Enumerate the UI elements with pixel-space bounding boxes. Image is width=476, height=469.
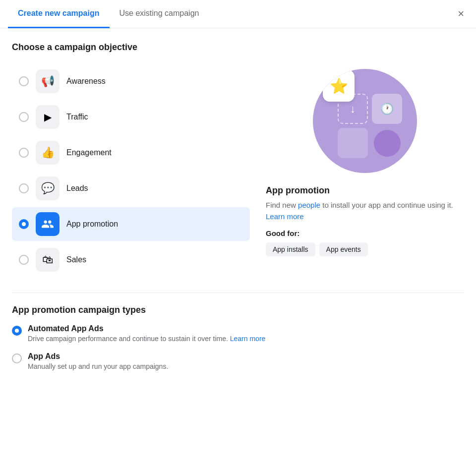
engagement-icon-wrap: 👍 [36, 141, 60, 165]
learn-more-link[interactable]: Learn more [266, 212, 304, 221]
campaign-types-title: App promotion campaign types [12, 305, 464, 315]
traffic-label: Traffic [66, 113, 88, 121]
clock-icon: 🕐 [380, 103, 394, 116]
objective-app-promotion[interactable]: App promotion [12, 207, 250, 241]
radio-app-ads[interactable] [12, 353, 22, 363]
sales-label: Sales [66, 255, 86, 264]
engagement-icon: 👍 [41, 146, 55, 159]
type-option-automated[interactable]: Automated App Ads Drive campaign perform… [12, 324, 464, 344]
automated-app-ads-desc: Drive campaign performance and continue … [28, 334, 265, 344]
objective-engagement[interactable]: 👍 Engagement [12, 136, 250, 170]
awareness-label: Awareness [66, 77, 106, 86]
tabs-bar: Create new campaign Use existing campaig… [0, 0, 476, 28]
app-promotion-icon [41, 218, 54, 231]
app-ads-label: App Ads [28, 352, 168, 361]
app-promotion-label: App promotion [66, 220, 118, 229]
automated-learn-more-link[interactable]: Learn more [230, 335, 266, 343]
objective-leads[interactable]: 💬 Leads [12, 172, 250, 205]
app-cell-download: ↓ [338, 94, 368, 124]
app-cell-empty1 [338, 128, 368, 158]
app-ads-desc: Manually set up and run your app campaig… [28, 362, 168, 372]
automated-desc-text: Drive campaign performance and continue … [28, 335, 230, 343]
type-option-app-ads[interactable]: App Ads Manually set up and run your app… [12, 352, 464, 372]
radio-sales[interactable] [19, 255, 29, 265]
close-button[interactable]: × [454, 4, 468, 23]
good-for-title: Good for: [266, 229, 464, 237]
app-cells-grid: ↓ 🕐 [338, 94, 402, 158]
leads-icon-wrap: 💬 [36, 176, 60, 200]
app-grid-container: ⭐ ↓ 🕐 [328, 84, 402, 158]
campaign-types-section: App promotion campaign types Automated A… [12, 293, 464, 371]
right-panel-description: Find new people to install your app and … [266, 200, 464, 222]
awareness-icon-wrap: 📢 [36, 69, 60, 93]
app-promotion-illustration: ⭐ ↓ 🕐 [310, 66, 419, 176]
sales-icon-wrap: 🛍 [36, 248, 60, 272]
desc-after-link: to install your app and continue using i… [320, 201, 453, 209]
leads-icon: 💬 [41, 182, 55, 195]
radio-leads[interactable] [19, 183, 29, 193]
app-ads-info: App Ads Manually set up and run your app… [28, 352, 168, 372]
app-cell-clock: 🕐 [372, 94, 402, 124]
download-arrow-icon: ↓ [350, 103, 356, 116]
traffic-icon: ▶ [44, 111, 52, 123]
objective-list: 📢 Awareness ▶ Traffic 👍 Engag [12, 64, 250, 277]
desc-before-link: Find new [266, 201, 298, 209]
tab-create-new[interactable]: Create new campaign [8, 0, 110, 28]
engagement-label: Engagement [66, 148, 112, 157]
choose-objective-title: Choose a campaign objective [12, 42, 464, 53]
modal-container: Create new campaign Use existing campaig… [0, 0, 476, 393]
main-grid: 📢 Awareness ▶ Traffic 👍 Engag [12, 64, 464, 277]
sales-icon: 🛍 [42, 253, 53, 266]
automated-app-ads-label: Automated App Ads [28, 324, 265, 333]
objective-awareness[interactable]: 📢 Awareness [12, 64, 250, 98]
objective-traffic[interactable]: ▶ Traffic [12, 100, 250, 134]
radio-traffic[interactable] [19, 112, 29, 122]
radio-automated-app-ads[interactable] [12, 326, 22, 336]
radio-app-promotion[interactable] [19, 219, 29, 229]
tab-use-existing[interactable]: Use existing campaign [110, 0, 209, 28]
right-panel-title: App promotion [266, 185, 464, 196]
tag-app-installs: App installs [266, 242, 315, 256]
traffic-icon-wrap: ▶ [36, 105, 60, 129]
app-promotion-icon-wrap [36, 212, 60, 236]
objective-sales[interactable]: 🛍 Sales [12, 243, 250, 277]
right-panel: ⭐ ↓ 🕐 [266, 64, 464, 277]
radio-awareness[interactable] [19, 76, 29, 86]
modal-content: Choose a campaign objective 📢 Awareness … [0, 28, 476, 393]
leads-label: Leads [66, 184, 88, 193]
tag-app-events: App events [319, 242, 368, 256]
tags-container: App installs App events [266, 242, 464, 256]
automated-app-ads-info: Automated App Ads Drive campaign perform… [28, 324, 265, 344]
radio-engagement[interactable] [19, 148, 29, 158]
promo-circle: ⭐ ↓ 🕐 [313, 69, 417, 173]
app-cell-circle [374, 130, 401, 157]
awareness-icon: 📢 [41, 75, 55, 88]
people-link[interactable]: people [298, 201, 320, 209]
